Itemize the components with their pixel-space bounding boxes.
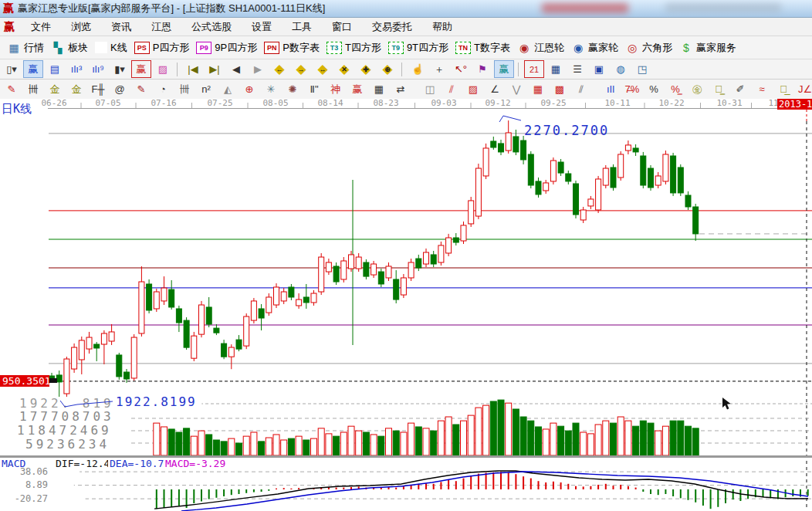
- candle[interactable]: [206, 307, 211, 324]
- volume-bar[interactable]: [378, 436, 384, 455]
- draw-h-arrows-icon[interactable]: ⇄: [391, 80, 411, 98]
- volume-bar[interactable]: [603, 421, 609, 455]
- menu-item-3[interactable]: 资讯: [101, 19, 141, 36]
- toolbar-板块[interactable]: ▚板块: [51, 41, 88, 55]
- volume-bar[interactable]: [550, 423, 557, 455]
- draw-gold-circle-icon[interactable]: ㊎: [687, 80, 707, 98]
- volume-bar[interactable]: [678, 421, 684, 455]
- candle[interactable]: [550, 161, 556, 181]
- volume-bar[interactable]: [655, 431, 661, 455]
- draw-pen-chart-icon[interactable]: ✐: [730, 80, 750, 98]
- tool-kstyle-dropdown-icon[interactable]: ▯▾: [2, 60, 22, 78]
- volume-bar[interactable]: [161, 427, 167, 455]
- candle[interactable]: [289, 287, 294, 297]
- draw-red-fan-icon[interactable]: ⫽: [442, 80, 462, 98]
- menu-item-5[interactable]: 公式选股: [181, 19, 242, 36]
- volume-bar[interactable]: [558, 426, 564, 455]
- menu-item-8[interactable]: 窗口: [322, 19, 362, 36]
- candle[interactable]: [236, 340, 242, 349]
- tool-hand-tool-icon[interactable]: ☝: [408, 60, 428, 78]
- draw-target-circle-icon[interactable]: ⊕: [239, 80, 259, 98]
- volume-bar[interactable]: [415, 427, 421, 455]
- draw-parallel-lines-icon[interactable]: ⫽: [571, 80, 591, 98]
- draw-dial-circle-icon[interactable]: ◔: [153, 80, 173, 98]
- volume-bar[interactable]: [168, 429, 174, 455]
- candle[interactable]: [693, 207, 699, 234]
- volume-bar[interactable]: [356, 431, 362, 455]
- tool-winner-blue-button-icon[interactable]: 赢: [23, 60, 43, 78]
- volume-bar[interactable]: [326, 434, 332, 455]
- draw-gold-lines-icon[interactable]: 金͇: [709, 80, 729, 98]
- draw-web-1-icon[interactable]: ✳: [261, 80, 281, 98]
- volume-bar[interactable]: [543, 429, 549, 455]
- volume-bar[interactable]: [640, 421, 646, 455]
- volume-bar[interactable]: [611, 423, 617, 455]
- candle[interactable]: [311, 293, 316, 303]
- candle[interactable]: [274, 287, 279, 305]
- volume-bar[interactable]: [692, 428, 699, 455]
- volume-bar[interactable]: [333, 436, 340, 455]
- draw-f-grid-icon[interactable]: F╫: [88, 80, 108, 98]
- candle[interactable]: [326, 262, 331, 272]
- tool-nav-first-icon[interactable]: |◀: [183, 60, 203, 78]
- candle[interactable]: [176, 309, 181, 323]
- candle[interactable]: [117, 355, 122, 377]
- candle[interactable]: [431, 255, 436, 264]
- candle[interactable]: [408, 262, 414, 278]
- candle[interactable]: [303, 297, 309, 303]
- tool-globe-computer-icon[interactable]: ◍: [611, 60, 631, 78]
- tool-diamond-x-icon[interactable]: ◆✕: [334, 61, 354, 78]
- toolbar-T四方形[interactable]: T3T四方形: [326, 41, 381, 55]
- volume-bar[interactable]: [475, 408, 482, 455]
- kline-chart-canvas[interactable]: 06-2607-0507-1607-2508-0508-1408-2309-03…: [0, 99, 812, 511]
- draw-comb-grid-icon[interactable]: 卌: [23, 80, 43, 98]
- candle[interactable]: [543, 183, 549, 191]
- volume-bar[interactable]: [580, 432, 587, 455]
- volume-bar[interactable]: [633, 426, 639, 455]
- volume-bar[interactable]: [259, 442, 265, 455]
- volume-bar[interactable]: [236, 443, 242, 455]
- candle[interactable]: [244, 316, 249, 346]
- volume-bar[interactable]: [625, 421, 631, 455]
- candle[interactable]: [424, 252, 429, 264]
- candle[interactable]: [513, 137, 519, 152]
- draw-spiral-icon[interactable]: @: [110, 80, 130, 98]
- candle[interactable]: [453, 238, 458, 242]
- toolbar-K线[interactable]: K线: [95, 41, 127, 55]
- volume-bar[interactable]: [401, 432, 407, 455]
- volume-bar[interactable]: [311, 438, 317, 455]
- draw-red-grid-2-icon[interactable]: ▩: [550, 80, 570, 98]
- draw-ying-grid-icon[interactable]: 赢: [347, 80, 367, 98]
- tool-crosshair-tool-icon[interactable]: ＋: [429, 60, 449, 78]
- candle[interactable]: [109, 332, 114, 341]
- volume-bar[interactable]: [198, 431, 205, 455]
- tool-flag-tool-icon[interactable]: ⚑: [472, 60, 492, 78]
- volume-bar[interactable]: [468, 415, 474, 455]
- volume-bar[interactable]: [221, 442, 227, 455]
- candle[interactable]: [446, 238, 452, 253]
- candle[interactable]: [566, 174, 571, 181]
- tool-nav-prev-icon[interactable]: ◀: [226, 60, 246, 78]
- candle[interactable]: [528, 154, 533, 185]
- menu-item-4[interactable]: 江恩: [141, 19, 181, 36]
- volume-bar[interactable]: [438, 421, 444, 455]
- tool-diamond-lr-icon[interactable]: ◆↔: [313, 61, 333, 78]
- candle[interactable]: [341, 261, 347, 279]
- volume-bar[interactable]: [445, 417, 452, 455]
- candle[interactable]: [281, 292, 286, 301]
- candle[interactable]: [333, 266, 339, 282]
- candle[interactable]: [94, 344, 100, 348]
- volume-bar[interactable]: [393, 431, 399, 455]
- volume-bar[interactable]: [228, 438, 235, 455]
- volume-bar[interactable]: [670, 421, 676, 455]
- volume-bar[interactable]: [423, 428, 429, 455]
- volume-bar[interactable]: [685, 426, 692, 455]
- candle[interactable]: [131, 337, 137, 378]
- draw-red-grid-1-icon[interactable]: ▦: [528, 80, 548, 98]
- draw-j-angle-icon[interactable]: J∠: [795, 80, 812, 98]
- candle[interactable]: [259, 309, 264, 318]
- volume-bar[interactable]: [453, 425, 459, 455]
- volume-bar[interactable]: [288, 438, 294, 455]
- toolbar-9T四方形[interactable]: T99T四方形: [388, 41, 448, 55]
- volume-bar[interactable]: [340, 432, 347, 455]
